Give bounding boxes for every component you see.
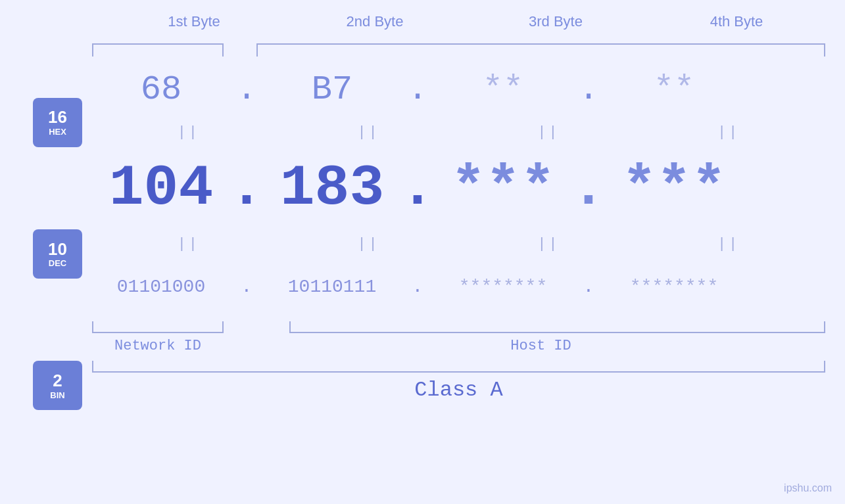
dec-byte3-value: ***: [451, 156, 555, 221]
bottom-labels: Network ID Host ID: [92, 338, 825, 354]
byte4-header: 4th Byte: [664, 13, 809, 30]
byte2-header: 2nd Byte: [302, 13, 447, 30]
hex-byte4: **: [605, 70, 743, 109]
bin-byte4: ********: [605, 277, 743, 297]
bin-byte1: 01101000: [92, 277, 230, 297]
bin-sep1: .: [230, 277, 263, 297]
dec-byte1: 104: [92, 156, 230, 221]
dec-byte1-value: 104: [109, 156, 213, 221]
bin-byte2-value: 10110111: [288, 277, 376, 297]
class-bracket: [92, 361, 825, 373]
equals-row-1: || || || ||: [92, 119, 825, 145]
dec-badge-label: DEC: [49, 258, 66, 268]
hex-badge-number: 16: [48, 108, 67, 127]
dec-badge: 10 DEC: [33, 229, 82, 279]
bin-byte4-value: ********: [630, 277, 718, 297]
bottom-bracket-network: [92, 321, 224, 333]
top-bracket-network: [92, 43, 224, 57]
bin-byte1-value: 01101000: [117, 277, 205, 297]
bin-badge-label: BIN: [50, 390, 64, 400]
dec-sep1: .: [230, 156, 263, 221]
dec-byte3: ***: [434, 156, 572, 221]
dec-byte4: ***: [605, 156, 743, 221]
dec-sep3: .: [572, 156, 605, 221]
bin-byte3-value: ********: [459, 277, 547, 297]
bin-byte2: 10110111: [263, 277, 401, 297]
hex-row: 68 . B7 . ** .: [92, 60, 825, 119]
main-area: 16 HEX 10 DEC 2 BIN: [0, 37, 845, 504]
hex-byte2: B7: [263, 70, 401, 109]
equals-row-2: || || || ||: [92, 231, 825, 257]
badges-column: 16 HEX 10 DEC 2 BIN: [0, 37, 92, 504]
bottom-brackets: [92, 321, 825, 334]
dec-byte2-value: 183: [280, 156, 384, 221]
hex-badge-label: HEX: [49, 127, 66, 137]
top-brackets: [92, 37, 825, 57]
bin-sep2: .: [401, 277, 434, 297]
hex-values: 68 . B7 . ** .: [92, 70, 825, 109]
watermark: ipshu.com: [784, 482, 832, 494]
class-section: Class A: [92, 361, 825, 402]
bin-values: 01101000 . 10110111 . ********: [92, 277, 825, 297]
hex-byte3: **: [434, 70, 572, 109]
hex-byte4-value: **: [654, 70, 694, 109]
class-label: Class A: [92, 378, 825, 402]
hex-sep1: .: [230, 70, 263, 109]
dec-row: 104 . 183 . *** .: [92, 145, 825, 231]
hex-byte1: 68: [92, 70, 230, 109]
dec-badge-number: 10: [48, 240, 67, 259]
dec-values: 104 . 183 . *** .: [92, 156, 825, 221]
bin-sep3: .: [572, 277, 605, 297]
hex-sep2: .: [401, 70, 434, 109]
byte1-header: 1st Byte: [122, 13, 266, 30]
dec-byte2: 183: [263, 156, 401, 221]
hex-byte1-value: 68: [141, 70, 181, 109]
hex-sep3: .: [572, 70, 605, 109]
bin-badge: 2 BIN: [33, 361, 82, 410]
network-id-label: Network ID: [92, 338, 224, 354]
dec-sep2: .: [401, 156, 434, 221]
hex-byte2-value: B7: [312, 70, 352, 109]
hex-badge: 16 HEX: [33, 98, 82, 147]
bin-byte3: ********: [434, 277, 572, 297]
hex-byte3-value: **: [483, 70, 523, 109]
content-area: 68 . B7 . ** .: [92, 37, 845, 504]
bin-row: 01101000 . 10110111 . ********: [92, 257, 825, 316]
host-id-label: Host ID: [256, 338, 825, 354]
bin-badge-number: 2: [53, 371, 62, 390]
bottom-bracket-host: [289, 321, 825, 333]
top-bracket-host: [256, 43, 825, 57]
byte-headers: 1st Byte 2nd Byte 3rd Byte 4th Byte: [104, 13, 827, 30]
byte3-header: 3rd Byte: [483, 13, 628, 30]
dec-byte4-value: ***: [622, 156, 726, 221]
main-container: 1st Byte 2nd Byte 3rd Byte 4th Byte 16 H…: [0, 0, 845, 504]
